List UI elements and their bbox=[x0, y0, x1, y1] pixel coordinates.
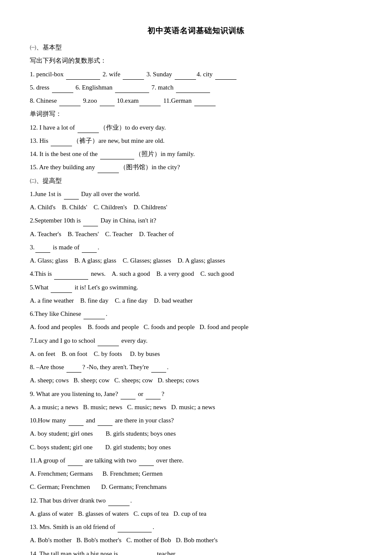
q6: 6.They like Chinese . bbox=[30, 308, 362, 319]
q7: 7.Lucy and I go to school every day. bbox=[30, 335, 362, 346]
q12-choices: A. glass of water B. glasses of waters C… bbox=[30, 508, 362, 519]
q9: 9. What are you listening to, Jane? or ? bbox=[30, 388, 362, 399]
q10-choices-a: A. boy student; girl ones B. girls stude… bbox=[30, 428, 362, 439]
q2-choices: A. Teacher's B. Teachers' C. Teacher D. … bbox=[30, 228, 362, 240]
q11-choices-a: A. Frenchmen; Germans B. Frenchmen; Germ… bbox=[30, 468, 362, 479]
fill-line-3: 8. Chinese 9.zoo 10.exam 11.German bbox=[30, 95, 362, 106]
q12: 12. That bus driver drank two . bbox=[30, 495, 362, 506]
section1-header: ㈠、基本型 bbox=[30, 42, 362, 53]
section1-sub: 写出下列名词的复数形式： bbox=[30, 55, 362, 66]
spell-14: 14. It is the best one of the （照片）in my … bbox=[30, 148, 362, 159]
q3: 3. is made of . bbox=[30, 242, 362, 253]
q9-choices: A. a music; a news B. music; news C. mus… bbox=[30, 402, 362, 413]
q13-choices: A. Bob's mother B. Bob's mother's C. mot… bbox=[30, 535, 362, 546]
q11: 11.A group of are talking with two over … bbox=[30, 455, 362, 466]
spell-header: 单词拼写： bbox=[30, 108, 362, 119]
q3-choices: A. Glass; glass B. A glass; glass C. Gla… bbox=[30, 255, 362, 266]
fill-line-1: 1. pencil-box 2. wife 3. Sunday 4. city bbox=[30, 69, 362, 80]
q2: 2.September 10th is Day in China, isn't … bbox=[30, 215, 362, 226]
page-title: 初中英语名词基础知识训练 bbox=[30, 26, 362, 36]
q4: 4.This is news. A. such a good B. a very… bbox=[30, 268, 362, 279]
q11-choices-b: C. German; Frenchmen D. Germans; Frenchm… bbox=[30, 481, 362, 492]
spell-15: 15. Are they building any （图书馆）in the ci… bbox=[30, 162, 362, 173]
section2-header: ㈡、提高型 bbox=[30, 175, 362, 186]
q10-choices-b: C. boys student; girl one D. girl studen… bbox=[30, 442, 362, 453]
q7-choices: A. on feet B. on foot C. by foots D. by … bbox=[30, 348, 362, 359]
spell-13: 13. His （裤子）are new, but mine are old. bbox=[30, 135, 362, 146]
spell-12: 12. I have a lot of （作业）to do every day. bbox=[30, 122, 362, 133]
q6-choices: A. food and peoples B. foods and people … bbox=[30, 321, 362, 332]
q8-choices: A. sheep; cows B. sheep; cow C. sheeps; … bbox=[30, 375, 362, 386]
q5-choices: A. a fine weather B. fine day C. a fine … bbox=[30, 295, 362, 306]
q1: 1.June 1st is Day all over the world. bbox=[30, 188, 362, 199]
q8: 8. –Are those ? -No, they aren't. They'r… bbox=[30, 361, 362, 373]
q5: 5.What it is! Let's go swimming. bbox=[30, 282, 362, 293]
q14: 14. The tall man with a big nose is teac… bbox=[30, 548, 362, 555]
fill-line-2: 5. dress 6. Englishman 7. match bbox=[30, 82, 362, 93]
q13: 13. Mrs. Smith is an old friend of . bbox=[30, 521, 362, 532]
q10: 10.How many and are there in your class? bbox=[30, 415, 362, 426]
q1-choices: A. Child's B. Childs' C. Children's D. C… bbox=[30, 202, 362, 213]
